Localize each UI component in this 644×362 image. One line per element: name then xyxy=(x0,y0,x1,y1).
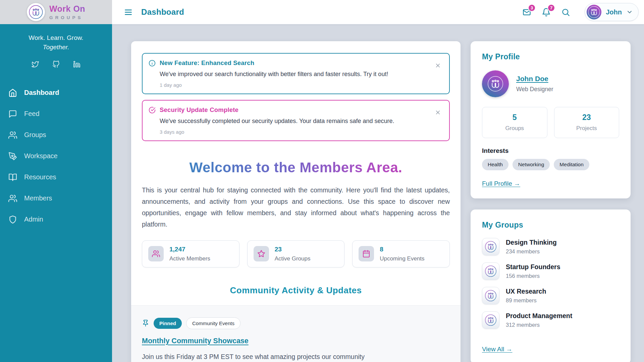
group-logo-icon xyxy=(482,262,499,280)
sidebar-item-members[interactable]: Members xyxy=(8,188,112,209)
stat-value: 5 xyxy=(482,113,547,122)
group-member-count: 312 members xyxy=(506,322,572,328)
check-circle-icon xyxy=(149,107,156,114)
brand-name-primary: Work On xyxy=(49,4,85,14)
interest-tag[interactable]: Health xyxy=(482,159,508,170)
users-icon xyxy=(8,131,17,139)
close-icon[interactable] xyxy=(435,62,441,69)
interest-tag[interactable]: Networking xyxy=(513,159,550,170)
group-member-count: 156 members xyxy=(506,273,560,279)
group-name: UX Research xyxy=(506,288,546,295)
messages-button[interactable]: 3 xyxy=(522,8,531,17)
group-member-count: 234 members xyxy=(506,248,557,255)
pen-tool-icon xyxy=(8,152,17,161)
tagline-line2: Together. xyxy=(0,43,112,52)
my-profile-panel: My Profile John Doe Web Designer 5 xyxy=(471,41,631,198)
menu-toggle-icon[interactable] xyxy=(124,8,133,17)
pinned-post: Pinned Community Events Monthly Communit… xyxy=(131,305,461,362)
brand-logo[interactable]: Work On GROUPS xyxy=(0,0,112,24)
group-name: Product Management xyxy=(506,312,572,320)
welcome-paragraph: This is your central hub for staying con… xyxy=(142,185,450,230)
user-name: John xyxy=(606,8,622,16)
stat-value: 1,247 xyxy=(169,246,210,253)
my-groups-panel: My Groups Design Thinking 234 members xyxy=(471,209,631,362)
alert-new-feature: New Feature: Enhanced Search We've impro… xyxy=(142,53,450,94)
stat-value: 23 xyxy=(275,246,311,253)
groups-heading: My Groups xyxy=(482,221,619,230)
profile-role: Web Designer xyxy=(516,86,553,93)
stat-label: Groups xyxy=(482,125,547,132)
stat-active-members: 1,247 Active Members xyxy=(142,240,239,267)
post-title-link[interactable]: Monthly Community Showcase xyxy=(142,337,249,345)
star-icon xyxy=(254,246,269,261)
content-area: New Feature: Enhanced Search We've impro… xyxy=(112,24,644,362)
alert-title: New Feature: Enhanced Search xyxy=(160,59,254,67)
alert-body: We've improved our search functionality … xyxy=(160,71,429,78)
search-button[interactable] xyxy=(561,8,570,17)
profile-stat-projects: 23 Projects xyxy=(554,107,620,138)
search-icon xyxy=(561,8,570,17)
alert-title: Security Update Complete xyxy=(160,106,238,114)
alert-timestamp: 1 day ago xyxy=(160,82,429,88)
group-logo-icon xyxy=(482,287,499,304)
profile-heading: My Profile xyxy=(482,52,619,61)
group-item-design-thinking[interactable]: Design Thinking 234 members xyxy=(482,238,619,255)
stat-active-groups: 23 Active Groups xyxy=(247,240,345,267)
sidebar-item-feed[interactable]: Feed xyxy=(8,103,112,124)
welcome-heading: Welcome to the Members Area. xyxy=(142,160,450,176)
topbar-actions: 3 7 John xyxy=(522,3,639,21)
sidebar-item-label: Feed xyxy=(24,110,40,118)
calendar-icon xyxy=(359,246,374,261)
profile-stat-groups: 5 Groups xyxy=(482,107,547,138)
right-column: My Profile John Doe Web Designer 5 xyxy=(471,41,631,362)
chevron-down-icon xyxy=(626,9,633,15)
github-icon[interactable] xyxy=(52,61,60,68)
group-item-startup-founders[interactable]: Startup Founders 156 members xyxy=(482,262,619,280)
stat-value: 8 xyxy=(380,246,424,253)
sidebar-item-label: Workspace xyxy=(24,152,58,160)
twitter-icon[interactable] xyxy=(32,61,39,68)
pinned-badge: Pinned xyxy=(154,318,182,329)
interest-tag[interactable]: Meditation xyxy=(554,159,589,170)
user-menu[interactable]: John xyxy=(585,3,639,21)
alert-security-update: Security Update Complete We've successfu… xyxy=(142,100,450,141)
brand-text: Work On GROUPS xyxy=(49,4,85,20)
social-links xyxy=(0,61,112,68)
users-icon xyxy=(148,246,164,261)
sidebar-item-dashboard[interactable]: Dashboard xyxy=(8,82,112,103)
stat-value: 23 xyxy=(554,113,619,122)
main-panel: New Feature: Enhanced Search We've impro… xyxy=(131,41,461,362)
page-title: Dashboard xyxy=(141,7,184,17)
stat-upcoming-events: 8 Upcoming Events xyxy=(352,240,450,267)
activity-heading: Community Activity & Updates xyxy=(142,285,450,296)
linkedin-icon[interactable] xyxy=(73,61,80,68)
group-logo-icon xyxy=(482,238,499,255)
stat-label: Active Members xyxy=(169,255,210,262)
sidebar-item-workspace[interactable]: Workspace xyxy=(8,145,112,167)
notifications-button[interactable]: 7 xyxy=(542,8,551,17)
view-all-groups-link[interactable]: View All → xyxy=(482,346,512,353)
topbar: Dashboard 3 7 John xyxy=(112,0,644,24)
sidebar-item-label: Groups xyxy=(24,131,46,139)
shield-icon xyxy=(8,215,17,224)
post-body: Join us this Friday at 3 PM EST to see w… xyxy=(142,351,386,362)
sidebar-item-label: Admin xyxy=(24,216,43,223)
group-item-product-management[interactable]: Product Management 312 members xyxy=(482,311,619,329)
group-name: Startup Founders xyxy=(506,263,560,271)
message-icon xyxy=(8,110,17,118)
user-avatar xyxy=(587,5,601,19)
messages-badge: 3 xyxy=(528,4,536,12)
sidebar-nav: Dashboard Feed Groups Workspace Resource… xyxy=(0,82,112,230)
full-profile-link[interactable]: Full Profile → xyxy=(482,180,520,187)
group-member-count: 89 members xyxy=(506,297,546,304)
category-tag[interactable]: Community Events xyxy=(186,317,240,329)
profile-name-link[interactable]: John Doe xyxy=(516,75,548,82)
sidebar-item-groups[interactable]: Groups xyxy=(8,124,112,145)
tagline: Work. Learn. Grow. Together. xyxy=(0,33,112,52)
sidebar-item-admin[interactable]: Admin xyxy=(8,209,112,230)
alert-body: We've successfully completed our securit… xyxy=(160,118,429,125)
close-icon[interactable] xyxy=(435,109,441,116)
sidebar: Work On GROUPS Work. Learn. Grow. Togeth… xyxy=(0,0,112,362)
sidebar-item-resources[interactable]: Resources xyxy=(8,167,112,188)
group-item-ux-research[interactable]: UX Research 89 members xyxy=(482,287,619,304)
